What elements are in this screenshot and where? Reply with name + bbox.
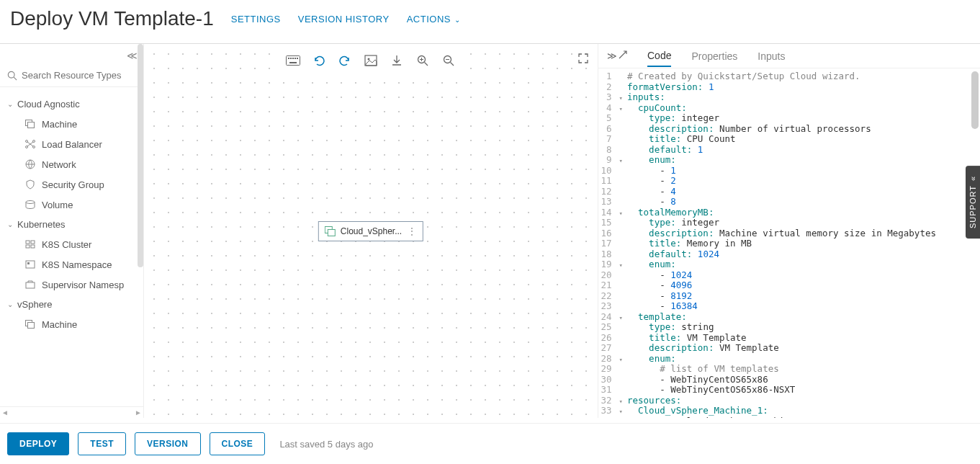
- svg-point-27: [368, 58, 370, 61]
- frame-icon[interactable]: [363, 53, 379, 68]
- resource-icon: [24, 318, 36, 330]
- settings-link[interactable]: SETTINGS: [231, 14, 281, 24]
- tree-item[interactable]: Network: [0, 154, 143, 174]
- download-icon[interactable]: [389, 53, 405, 68]
- tab-code[interactable]: Code: [647, 45, 671, 67]
- resize-pane-icon[interactable]: ≫: [607, 50, 627, 61]
- footer-bar: DEPLOY TEST VERSION CLOSE Last saved 5 d…: [0, 423, 980, 464]
- resource-icon: [24, 118, 36, 130]
- resource-icon: [24, 259, 36, 270]
- chevron-down-icon: ⌄: [7, 100, 17, 108]
- machine-icon: [325, 226, 336, 236]
- svg-rect-15: [27, 262, 30, 264]
- close-button[interactable]: CLOSE: [210, 432, 266, 455]
- tree-group[interactable]: ⌄Cloud Agnostic: [0, 94, 143, 114]
- tree-item[interactable]: Load Balancer: [0, 134, 143, 154]
- tree-item[interactable]: Security Group: [0, 174, 143, 195]
- svg-line-1: [14, 77, 17, 80]
- resource-sidebar: ≪ ⌄Cloud AgnosticMachineLoad BalancerNet…: [0, 44, 144, 418]
- code-pane: ≫ Code Properties Inputs 1 2 3 ▾4 ▾5 6 7…: [598, 44, 980, 418]
- search-input[interactable]: [22, 70, 136, 81]
- support-chevron-icon: «: [968, 176, 977, 181]
- design-canvas[interactable]: Cloud_vSpher... ⋮: [144, 44, 598, 418]
- resource-icon: [24, 238, 36, 250]
- svg-rect-18: [28, 323, 35, 329]
- deploy-button[interactable]: DEPLOY: [7, 432, 69, 455]
- version-history-link[interactable]: VERSION HISTORY: [298, 14, 390, 24]
- svg-rect-22: [292, 58, 294, 59]
- chevron-down-icon: ⌄: [452, 16, 461, 24]
- line-gutter: 1 2 3 ▾4 ▾5 6 7 8 9 ▾10 11 12 13 14 ▾15 …: [598, 68, 627, 418]
- code-scrollbar[interactable]: [971, 71, 979, 129]
- version-button[interactable]: VERSION: [135, 432, 201, 455]
- tree-item[interactable]: Machine: [0, 314, 143, 334]
- resource-tree[interactable]: ⌄Cloud AgnosticMachineLoad BalancerNetwo…: [0, 87, 143, 406]
- svg-rect-24: [297, 58, 298, 59]
- page-title: Deploy VM Template-1: [10, 7, 214, 30]
- svg-rect-3: [28, 122, 35, 128]
- svg-rect-13: [31, 245, 35, 248]
- node-label: Cloud_vSpher...: [341, 226, 402, 236]
- collapse-sidebar-icon[interactable]: ≪: [127, 50, 138, 61]
- svg-rect-19: [287, 56, 300, 66]
- resource-icon: [24, 279, 36, 290]
- save-status: Last saved 5 days ago: [279, 439, 373, 450]
- keyboard-icon[interactable]: [285, 53, 301, 68]
- svg-rect-10: [26, 241, 30, 244]
- chevron-down-icon: ⌄: [7, 220, 17, 228]
- tree-item[interactable]: K8S Cluster: [0, 234, 143, 254]
- tree-item[interactable]: Supervisor Namesp: [0, 275, 143, 295]
- svg-line-29: [425, 63, 428, 66]
- redo-icon[interactable]: [337, 53, 353, 68]
- tree-item[interactable]: Machine: [0, 114, 143, 134]
- support-tab[interactable]: SUPPORT «: [966, 166, 980, 238]
- svg-rect-36: [328, 229, 335, 236]
- svg-rect-14: [26, 261, 35, 268]
- search-icon: [7, 71, 17, 81]
- svg-rect-11: [31, 241, 35, 244]
- sidebar-hscroll[interactable]: ◄►: [0, 406, 143, 418]
- canvas-toolbar: [279, 50, 462, 71]
- sidebar-scrollbar[interactable]: [138, 44, 143, 267]
- resource-icon: [24, 179, 36, 190]
- resource-icon: [24, 138, 36, 150]
- svg-rect-25: [289, 62, 297, 63]
- test-button[interactable]: TEST: [78, 432, 126, 455]
- zoom-out-icon[interactable]: [441, 53, 457, 68]
- svg-rect-12: [26, 245, 30, 248]
- actions-dropdown[interactable]: ACTIONS ⌄: [407, 14, 461, 24]
- fullscreen-icon[interactable]: [577, 53, 589, 66]
- resource-icon: [24, 159, 36, 170]
- tree-item[interactable]: K8S Namespace: [0, 254, 143, 275]
- tree-item[interactable]: Volume: [0, 195, 143, 215]
- undo-icon[interactable]: [311, 53, 327, 68]
- node-menu-icon[interactable]: ⋮: [406, 226, 417, 236]
- tree-group[interactable]: ⌄vSphere: [0, 295, 143, 314]
- svg-rect-20: [288, 58, 289, 59]
- svg-rect-23: [295, 58, 296, 59]
- zoom-in-icon[interactable]: [415, 53, 431, 68]
- tab-inputs[interactable]: Inputs: [758, 46, 785, 66]
- code-editor[interactable]: 1 2 3 ▾4 ▾5 6 7 8 9 ▾10 11 12 13 14 ▾15 …: [598, 68, 980, 418]
- tab-properties[interactable]: Properties: [691, 46, 737, 66]
- svg-point-0: [8, 71, 14, 78]
- canvas-node-vsphere-machine[interactable]: Cloud_vSpher... ⋮: [318, 221, 423, 241]
- chevron-down-icon: ⌄: [7, 300, 17, 308]
- page-header: Deploy VM Template-1 SETTINGS VERSION HI…: [0, 0, 980, 43]
- svg-rect-16: [26, 282, 35, 288]
- svg-line-33: [451, 63, 454, 66]
- svg-rect-21: [290, 58, 292, 59]
- svg-point-9: [26, 201, 35, 204]
- tree-group[interactable]: ⌄Kubernetes: [0, 215, 143, 234]
- resource-icon: [24, 199, 36, 210]
